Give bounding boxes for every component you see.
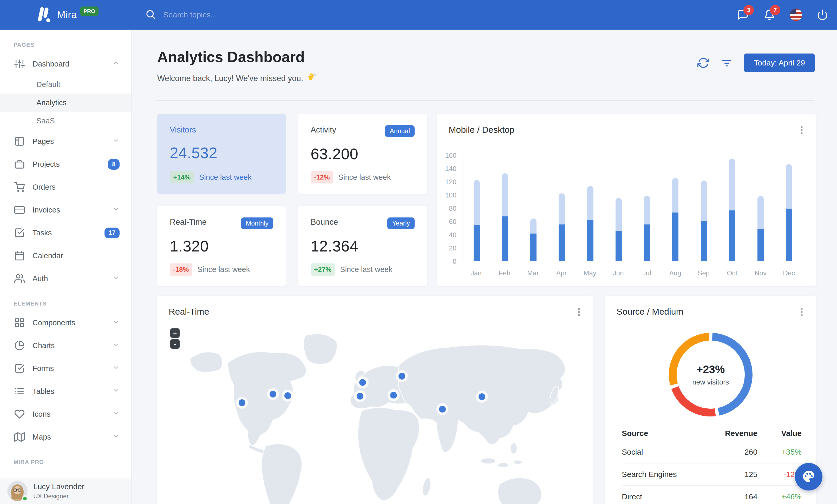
- y-axis-tick: 20: [437, 244, 457, 252]
- more-vertical-icon: [797, 124, 807, 136]
- sidebar-item-icons[interactable]: Icons: [0, 403, 131, 426]
- theme-settings-button[interactable]: [795, 463, 822, 490]
- messages-count-badge: 3: [744, 5, 754, 15]
- cell-revenue: 125: [706, 470, 758, 479]
- stat-card-real-time: Real-Time Monthly 1.320 -18% Since last …: [157, 206, 286, 286]
- mira-logo-icon: [36, 6, 50, 23]
- table-row: Direct164+46%: [622, 485, 802, 504]
- date-range-button[interactable]: Today: April 29: [744, 54, 815, 72]
- mobile-desktop-chart-card: Mobile / Desktop 020406080100120140160 J…: [437, 114, 816, 286]
- search-icon: [145, 9, 156, 21]
- sidebar-item-calendar[interactable]: Calendar: [0, 244, 131, 267]
- refresh-button[interactable]: [697, 57, 710, 69]
- notifications-button[interactable]: 7: [763, 8, 776, 21]
- messages-button[interactable]: 3: [737, 8, 749, 21]
- card-menu-button[interactable]: [574, 306, 584, 318]
- stat-period-badge: Yearly: [387, 218, 415, 229]
- online-status-dot: [22, 496, 28, 502]
- stat-caption: Since last week: [198, 265, 250, 274]
- tasks-count-badge: 17: [105, 228, 120, 238]
- sidebar-item-auth[interactable]: Auth: [0, 267, 131, 290]
- sidebar-item-maps[interactable]: Maps: [0, 426, 131, 448]
- stacked-bar: [644, 196, 650, 261]
- sidebar-item-tables[interactable]: Tables: [0, 380, 131, 403]
- notifications-count-badge: 7: [770, 5, 780, 15]
- map-marker[interactable]: [390, 392, 397, 398]
- bar-segment-mobile: [558, 224, 565, 261]
- map-marker[interactable]: [398, 373, 405, 379]
- col-header-revenue: Revenue: [706, 429, 758, 438]
- source-title: Source / Medium: [617, 306, 683, 317]
- sidebar-item-charts[interactable]: Charts: [0, 334, 131, 357]
- more-vertical-icon: [574, 306, 584, 318]
- cell-value: +35%: [758, 448, 802, 456]
- sidebar-subitem-saas[interactable]: SaaS: [0, 112, 131, 130]
- filter-button[interactable]: [720, 57, 733, 69]
- card-menu-button[interactable]: [797, 306, 807, 318]
- bar-segment-mobile: [758, 229, 764, 261]
- bar-segment-mobile: [502, 217, 508, 261]
- bar-segment-mobile: [701, 221, 707, 261]
- sidebar-item-label: Orders: [33, 183, 56, 191]
- sidebar-item-orders[interactable]: Orders: [0, 175, 131, 199]
- sidebar-item-tasks[interactable]: Tasks 17: [0, 221, 131, 244]
- stacked-bar: [672, 178, 678, 261]
- welcome-text: Welcome back, Lucy! We've missed you.: [157, 74, 303, 83]
- stat-value: 63.200: [310, 145, 415, 163]
- sidebar-item-label: Icons: [33, 410, 50, 418]
- table-row: Social260+35%: [622, 441, 802, 463]
- sliders-icon: [14, 59, 25, 69]
- stacked-bar: [758, 196, 764, 261]
- map-marker[interactable]: [238, 399, 245, 406]
- sidebar-item-projects[interactable]: Projects 8: [0, 153, 131, 175]
- map-marker[interactable]: [270, 391, 276, 397]
- bar-segment-mobile: [587, 220, 593, 261]
- stacked-bar: [502, 173, 508, 261]
- sidebar-item-label: SaaS: [36, 117, 55, 125]
- map-icon: [14, 432, 25, 442]
- sidebar-item-label: Calendar: [33, 251, 63, 260]
- search-input[interactable]: [163, 10, 309, 19]
- x-axis-label: Oct: [720, 269, 744, 277]
- chevron-down-icon: [112, 341, 120, 350]
- header-divider: [157, 100, 815, 101]
- sidebar-item-pages[interactable]: Pages: [0, 130, 131, 153]
- sidebar-subitem-default[interactable]: Default: [0, 75, 131, 94]
- map-zoom-in-button[interactable]: +: [170, 329, 180, 338]
- user-role: UX Designer: [33, 492, 85, 500]
- source-table-body: Social260+35%Search Engines125-12%Direct…: [622, 441, 802, 504]
- stacked-bar: [474, 180, 480, 261]
- stacked-bar: [558, 193, 565, 261]
- user-name: Lucy Lavender: [33, 482, 85, 491]
- stat-period-badge: Monthly: [241, 218, 273, 229]
- sidebar-item-dashboard[interactable]: Dashboard: [0, 53, 131, 75]
- language-button[interactable]: [790, 8, 802, 21]
- map-zoom-out-button[interactable]: -: [170, 339, 180, 349]
- map-marker[interactable]: [439, 406, 446, 413]
- stat-card-activity: Activity Annual 63.200 -12% Since last w…: [298, 114, 427, 194]
- bar-chart-yaxis: 020406080100120140160: [437, 155, 457, 261]
- bar-segment-mobile: [729, 210, 735, 261]
- sidebar-section-pages: PAGES: [0, 41, 131, 49]
- stat-delta-chip: +27%: [310, 263, 335, 276]
- brand[interactable]: Mira PRO: [36, 0, 99, 30]
- sidebar-item-invoices[interactable]: Invoices: [0, 199, 131, 221]
- map-marker[interactable]: [479, 393, 485, 400]
- sidebar-item-components[interactable]: Components: [0, 311, 131, 334]
- sidebar-item-forms[interactable]: Forms: [0, 357, 131, 380]
- refresh-icon: [697, 57, 709, 69]
- x-axis-label: May: [578, 269, 602, 277]
- source-medium-card: Source / Medium +23% new visitors Source: [605, 296, 816, 504]
- sidebar-user[interactable]: Lucy Lavender UX Designer: [0, 478, 131, 504]
- sign-out-button[interactable]: [816, 8, 829, 21]
- map-marker[interactable]: [359, 379, 366, 386]
- check-square-icon: [14, 228, 25, 238]
- brand-name: Mira: [57, 10, 77, 20]
- map-marker[interactable]: [284, 392, 291, 399]
- card-menu-button[interactable]: [797, 124, 807, 136]
- calendar-icon: [14, 250, 25, 261]
- sidebar-subitem-analytics[interactable]: Analytics: [0, 94, 131, 112]
- check-square-icon: [14, 363, 25, 374]
- map-marker[interactable]: [357, 393, 363, 399]
- grid-icon: [14, 317, 25, 328]
